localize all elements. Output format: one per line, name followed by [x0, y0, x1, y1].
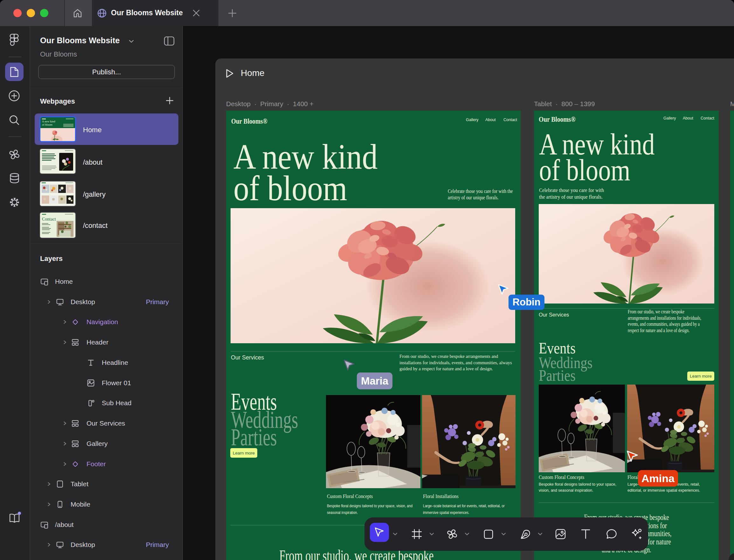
svg-text:A new kind: A new kind [42, 120, 55, 123]
svg-text:Contact: Contact [42, 217, 56, 222]
svg-text:of bloom: of bloom [42, 123, 52, 126]
